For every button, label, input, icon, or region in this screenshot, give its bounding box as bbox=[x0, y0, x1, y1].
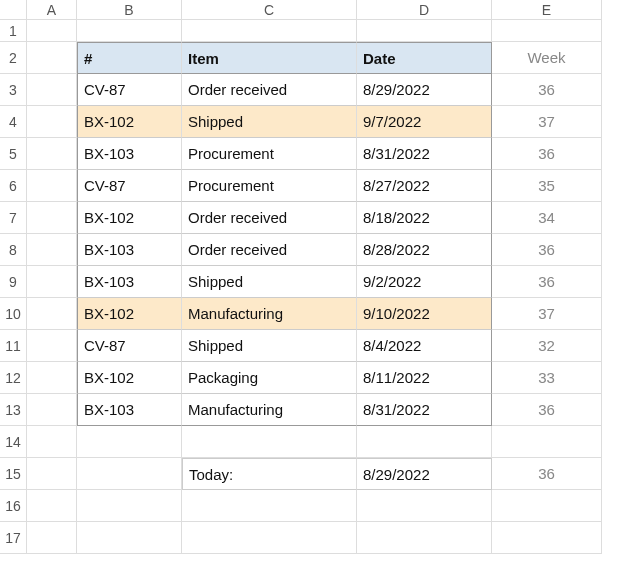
week-value[interactable]: 32 bbox=[492, 330, 602, 362]
cell[interactable] bbox=[27, 74, 77, 106]
cell[interactable] bbox=[27, 266, 77, 298]
cell[interactable] bbox=[357, 20, 492, 42]
column-header-d[interactable]: D bbox=[357, 0, 492, 20]
row-header-2[interactable]: 2 bbox=[0, 42, 27, 74]
row-header-16[interactable]: 16 bbox=[0, 490, 27, 522]
cell[interactable] bbox=[77, 490, 182, 522]
column-header-e[interactable]: E bbox=[492, 0, 602, 20]
row-header-13[interactable]: 13 bbox=[0, 394, 27, 426]
table-row[interactable]: 8/29/2022 bbox=[357, 74, 492, 106]
cell[interactable] bbox=[27, 20, 77, 42]
week-value[interactable]: 33 bbox=[492, 362, 602, 394]
table-row[interactable]: Manufacturing bbox=[182, 394, 357, 426]
row-header-1[interactable]: 1 bbox=[0, 20, 27, 42]
cell[interactable] bbox=[182, 522, 357, 554]
cell[interactable] bbox=[27, 490, 77, 522]
cell[interactable] bbox=[77, 458, 182, 490]
cell[interactable] bbox=[182, 20, 357, 42]
cell[interactable] bbox=[27, 42, 77, 74]
table-row[interactable]: Shipped bbox=[182, 266, 357, 298]
row-header-12[interactable]: 12 bbox=[0, 362, 27, 394]
row-header-10[interactable]: 10 bbox=[0, 298, 27, 330]
cell[interactable] bbox=[27, 362, 77, 394]
table-row[interactable]: Procurement bbox=[182, 170, 357, 202]
cell[interactable] bbox=[27, 138, 77, 170]
table-row[interactable]: CV-87 bbox=[77, 170, 182, 202]
cell[interactable] bbox=[492, 20, 602, 42]
row-header-17[interactable]: 17 bbox=[0, 522, 27, 554]
table-row[interactable]: 8/11/2022 bbox=[357, 362, 492, 394]
table-row[interactable]: 8/4/2022 bbox=[357, 330, 492, 362]
today-label[interactable]: Today: bbox=[182, 458, 357, 490]
cell[interactable] bbox=[27, 202, 77, 234]
today-week[interactable]: 36 bbox=[492, 458, 602, 490]
week-value[interactable]: 37 bbox=[492, 298, 602, 330]
table-row[interactable]: BX-102 bbox=[77, 106, 182, 138]
table-row[interactable]: 8/31/2022 bbox=[357, 138, 492, 170]
cell[interactable] bbox=[492, 426, 602, 458]
table-row[interactable]: Shipped bbox=[182, 330, 357, 362]
cell[interactable] bbox=[492, 522, 602, 554]
table-row[interactable]: BX-103 bbox=[77, 266, 182, 298]
table-row[interactable]: 8/28/2022 bbox=[357, 234, 492, 266]
column-header-c[interactable]: C bbox=[182, 0, 357, 20]
week-value[interactable]: 36 bbox=[492, 138, 602, 170]
table-row[interactable]: Order received bbox=[182, 74, 357, 106]
table-row[interactable]: BX-102 bbox=[77, 202, 182, 234]
row-header-7[interactable]: 7 bbox=[0, 202, 27, 234]
table-row[interactable]: Procurement bbox=[182, 138, 357, 170]
week-value[interactable]: 36 bbox=[492, 394, 602, 426]
cell[interactable] bbox=[77, 522, 182, 554]
table-row[interactable]: BX-102 bbox=[77, 362, 182, 394]
cell[interactable] bbox=[27, 458, 77, 490]
cell[interactable] bbox=[27, 106, 77, 138]
row-header-9[interactable]: 9 bbox=[0, 266, 27, 298]
table-row[interactable]: 9/10/2022 bbox=[357, 298, 492, 330]
table-row[interactable]: Order received bbox=[182, 234, 357, 266]
row-header-6[interactable]: 6 bbox=[0, 170, 27, 202]
cell[interactable] bbox=[182, 490, 357, 522]
cell[interactable] bbox=[27, 234, 77, 266]
row-header-8[interactable]: 8 bbox=[0, 234, 27, 266]
table-header-item[interactable]: Item bbox=[182, 42, 357, 74]
table-row[interactable]: BX-103 bbox=[77, 138, 182, 170]
row-header-5[interactable]: 5 bbox=[0, 138, 27, 170]
week-value[interactable]: 37 bbox=[492, 106, 602, 138]
table-row[interactable]: BX-103 bbox=[77, 394, 182, 426]
table-row[interactable]: CV-87 bbox=[77, 74, 182, 106]
today-date[interactable]: 8/29/2022 bbox=[357, 458, 492, 490]
column-header-b[interactable]: B bbox=[77, 0, 182, 20]
table-row[interactable]: Packaging bbox=[182, 362, 357, 394]
table-row[interactable]: Manufacturing bbox=[182, 298, 357, 330]
week-value[interactable]: 36 bbox=[492, 266, 602, 298]
cell[interactable] bbox=[27, 298, 77, 330]
week-value[interactable]: 36 bbox=[492, 234, 602, 266]
table-row[interactable]: 9/2/2022 bbox=[357, 266, 492, 298]
cell[interactable] bbox=[27, 426, 77, 458]
table-row[interactable]: BX-103 bbox=[77, 234, 182, 266]
cell[interactable] bbox=[77, 20, 182, 42]
table-row[interactable]: 8/31/2022 bbox=[357, 394, 492, 426]
cell[interactable] bbox=[27, 394, 77, 426]
row-header-15[interactable]: 15 bbox=[0, 458, 27, 490]
cell[interactable] bbox=[27, 522, 77, 554]
cell[interactable] bbox=[357, 522, 492, 554]
week-value[interactable]: 35 bbox=[492, 170, 602, 202]
cell[interactable] bbox=[357, 426, 492, 458]
cell[interactable] bbox=[27, 330, 77, 362]
row-header-4[interactable]: 4 bbox=[0, 106, 27, 138]
table-row[interactable]: 8/18/2022 bbox=[357, 202, 492, 234]
table-row[interactable]: 8/27/2022 bbox=[357, 170, 492, 202]
table-row[interactable]: 9/7/2022 bbox=[357, 106, 492, 138]
table-row[interactable]: Order received bbox=[182, 202, 357, 234]
table-row[interactable]: CV-87 bbox=[77, 330, 182, 362]
week-value[interactable]: 34 bbox=[492, 202, 602, 234]
column-header-a[interactable]: A bbox=[27, 0, 77, 20]
cell[interactable] bbox=[492, 490, 602, 522]
table-header-num[interactable]: # bbox=[77, 42, 182, 74]
week-header[interactable]: Week bbox=[492, 42, 602, 74]
week-value[interactable]: 36 bbox=[492, 74, 602, 106]
cell[interactable] bbox=[77, 426, 182, 458]
row-header-14[interactable]: 14 bbox=[0, 426, 27, 458]
table-row[interactable]: BX-102 bbox=[77, 298, 182, 330]
